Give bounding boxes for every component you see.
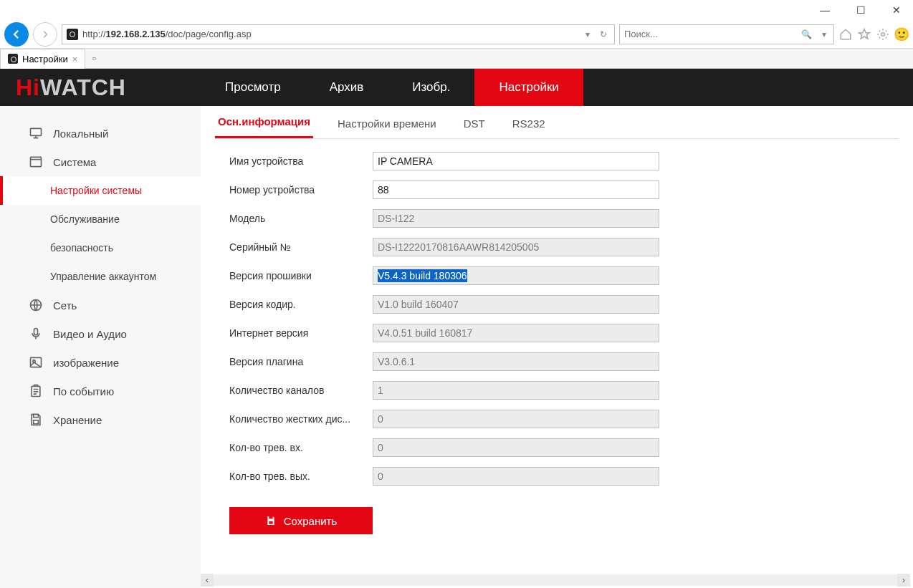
sub-tab[interactable]: DST bbox=[461, 117, 488, 138]
save-button[interactable]: Сохранить bbox=[229, 507, 373, 534]
horizontal-scrollbar[interactable]: ‹ › bbox=[201, 574, 910, 587]
logo: HiWATCH bbox=[0, 74, 201, 101]
sidebar-item-label: Хранение bbox=[53, 414, 102, 426]
sidebar-item[interactable]: безопасность bbox=[0, 233, 201, 262]
readonly-field: DS-I12220170816AAWR814205005 bbox=[373, 238, 659, 256]
window-maximize-button[interactable]: ☐ bbox=[850, 3, 871, 17]
field-label: Серийный № bbox=[229, 241, 373, 253]
scroll-track[interactable] bbox=[214, 574, 897, 586]
settings-icon[interactable] bbox=[876, 27, 890, 42]
search-input[interactable] bbox=[624, 29, 794, 39]
form-row: Кол-во трев. вх.0 bbox=[229, 438, 884, 457]
sidebar-item[interactable]: Настройки системы bbox=[0, 176, 201, 205]
form-row: МодельDS-I122 bbox=[229, 209, 884, 228]
image-icon bbox=[29, 355, 43, 370]
emoji-icon[interactable]: 🙂 bbox=[894, 27, 909, 42]
sidebar-item[interactable]: Видео и Аудио bbox=[0, 319, 201, 348]
mic-icon bbox=[29, 327, 43, 341]
tab-title: Настройки bbox=[22, 54, 68, 64]
field-label: Номер устройства bbox=[229, 184, 373, 196]
form-row: Интернет версияV4.0.51 build 160817 bbox=[229, 324, 884, 342]
sidebar-item-label: Видео и Аудио bbox=[53, 328, 127, 340]
sidebar-item[interactable]: Система bbox=[0, 148, 201, 176]
sub-tab[interactable]: Настройки времени bbox=[335, 117, 439, 138]
favorites-icon[interactable] bbox=[857, 27, 871, 42]
text-input[interactable]: IP CAMERA bbox=[373, 152, 659, 170]
sidebar-item[interactable]: Сеть bbox=[0, 291, 201, 319]
svg-rect-11 bbox=[269, 521, 272, 524]
readonly-field: V1.0 build 160407 bbox=[373, 295, 659, 314]
sidebar-item[interactable]: изображение bbox=[0, 348, 201, 377]
new-tab-button[interactable]: ▫ bbox=[85, 52, 102, 65]
field-label: Модель bbox=[229, 213, 373, 224]
sidebar-item[interactable]: Обслуживание bbox=[0, 205, 201, 233]
topnav-item[interactable]: Настройки bbox=[474, 69, 583, 106]
field-label: Количество каналов bbox=[229, 385, 373, 396]
field-label: Кол-во трев. вх. bbox=[229, 442, 373, 453]
site-icon bbox=[67, 29, 78, 40]
sidebar-item[interactable]: Управление аккаунтом bbox=[0, 262, 201, 291]
window-minimize-button[interactable]: — bbox=[814, 3, 836, 17]
sidebar-item[interactable]: По событию bbox=[0, 377, 201, 405]
home-icon[interactable] bbox=[838, 27, 853, 42]
form-row: Количество жестких дис...0 bbox=[229, 410, 884, 428]
svg-rect-4 bbox=[34, 329, 38, 335]
readonly-field: DS-I122 bbox=[373, 209, 659, 228]
sidebar-item[interactable]: Хранение bbox=[0, 405, 201, 434]
readonly-field: V3.0.6.1 bbox=[373, 352, 659, 371]
text-input[interactable]: 88 bbox=[373, 180, 659, 199]
browser-forward-button[interactable] bbox=[33, 22, 57, 47]
sidebar-item-label: безопасность bbox=[50, 242, 113, 254]
svg-rect-1 bbox=[31, 128, 42, 135]
sub-tab[interactable]: Осн.информация bbox=[215, 115, 313, 138]
monitor-icon bbox=[29, 126, 43, 140]
window-close-button[interactable]: ✕ bbox=[886, 3, 907, 17]
refresh-icon[interactable]: ↻ bbox=[597, 29, 610, 39]
form-row: Версия прошивкиV5.4.3 build 180306 bbox=[229, 266, 884, 285]
readonly-field: 0 bbox=[373, 467, 659, 486]
topnav-item[interactable]: Изобр. bbox=[388, 69, 474, 106]
svg-point-0 bbox=[881, 32, 885, 36]
topnav-item[interactable]: Просмотр bbox=[201, 69, 305, 106]
window-icon bbox=[29, 155, 43, 169]
search-dropdown-icon[interactable]: ▾ bbox=[819, 29, 829, 39]
readonly-field: V4.0.51 build 160817 bbox=[373, 324, 659, 342]
field-label: Кол-во трев. вых. bbox=[229, 471, 373, 482]
scroll-right-icon[interactable]: › bbox=[897, 574, 910, 587]
sidebar-item-label: Система bbox=[53, 156, 96, 168]
globe-icon bbox=[29, 298, 43, 312]
sidebar-item-label: По событию bbox=[53, 385, 114, 397]
svg-rect-2 bbox=[31, 157, 42, 166]
form-row: Имя устройстваIP CAMERA bbox=[229, 152, 884, 170]
sidebar-item-label: изображение bbox=[53, 357, 119, 369]
address-bar[interactable]: http://192.168.2.135/doc/page/config.asp… bbox=[62, 24, 615, 44]
clipboard-icon bbox=[29, 384, 43, 398]
browser-search[interactable]: 🔍 ▾ bbox=[619, 24, 834, 44]
sidebar-item-label: Обслуживание bbox=[50, 213, 120, 225]
scroll-left-icon[interactable]: ‹ bbox=[201, 574, 214, 587]
search-icon[interactable]: 🔍 bbox=[798, 29, 815, 39]
tab-close-icon[interactable]: × bbox=[72, 54, 78, 64]
browser-tab[interactable]: Настройки × bbox=[0, 49, 85, 69]
field-label: Интернет версия bbox=[229, 327, 373, 339]
form-row: Номер устройства88 bbox=[229, 180, 884, 199]
readonly-field: 0 bbox=[373, 438, 659, 457]
field-label: Версия плагина bbox=[229, 356, 373, 367]
sidebar-item[interactable]: Локальный bbox=[0, 119, 201, 148]
readonly-field: V5.4.3 build 180306 bbox=[373, 266, 659, 285]
svg-rect-10 bbox=[269, 516, 272, 519]
sidebar-item-label: Локальный bbox=[53, 127, 108, 140]
url-text: http://192.168.2.135/doc/page/config.asp bbox=[82, 29, 578, 39]
topnav-item[interactable]: Архив bbox=[305, 69, 388, 106]
form-row: Серийный №DS-I12220170816AAWR814205005 bbox=[229, 238, 884, 256]
svg-rect-9 bbox=[34, 420, 39, 424]
browser-back-button[interactable] bbox=[4, 22, 29, 47]
sub-tab[interactable]: RS232 bbox=[510, 117, 548, 138]
form-row: Кол-во трев. вых.0 bbox=[229, 467, 884, 486]
field-label: Количество жестких дис... bbox=[229, 413, 373, 425]
field-label: Имя устройства bbox=[229, 155, 373, 167]
tab-favicon bbox=[8, 54, 18, 64]
dropdown-icon[interactable]: ▾ bbox=[583, 29, 593, 39]
sidebar-item-label: Настройки системы bbox=[50, 185, 142, 196]
form-row: Версия плагинаV3.0.6.1 bbox=[229, 352, 884, 371]
